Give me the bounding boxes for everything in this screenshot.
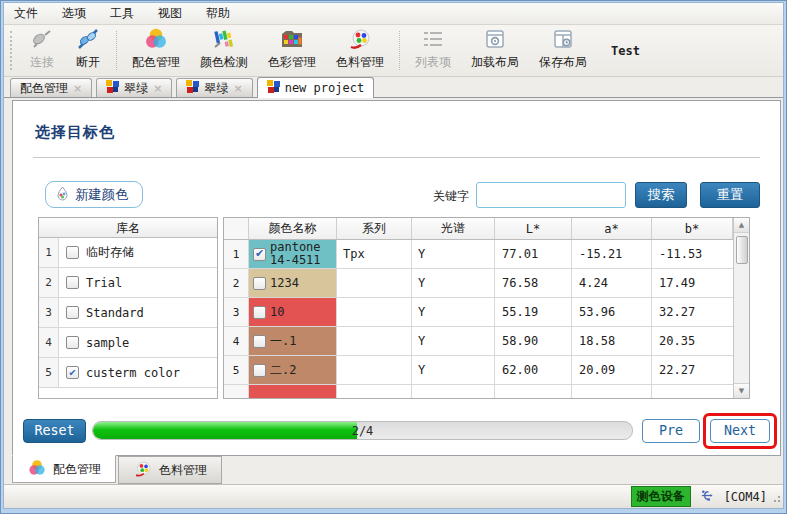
toolbar-item-label: 配色管理	[132, 54, 180, 71]
checkbox[interactable]	[253, 364, 266, 377]
color-swatch-cell	[249, 385, 337, 399]
spectrum-value: Y	[412, 240, 495, 268]
bottom-tab-colorant[interactable]: 色料管理	[118, 456, 222, 484]
color-swatch-cell[interactable]: 一.1	[249, 327, 337, 355]
test-label: Test	[611, 44, 640, 58]
L-value: 76.58	[495, 269, 572, 297]
close-icon[interactable]: ×	[73, 82, 82, 95]
table-row[interactable]: 5 二.2 Y 62.00 20.09 22.27	[224, 356, 749, 385]
toolbar: 连接 断开 配色管理 颜色检测 色彩管理	[4, 25, 783, 77]
bottom-tab-color-matching[interactable]: 配色管理	[12, 455, 116, 483]
scroll-up-icon[interactable]: ▲	[734, 218, 749, 233]
list-items-button[interactable]: 列表项	[405, 25, 461, 76]
checkbox[interactable]	[253, 335, 266, 348]
checkbox[interactable]	[66, 276, 79, 289]
header-b: b*	[652, 218, 733, 239]
tab-color-matching[interactable]: 配色管理 ×	[10, 78, 92, 97]
checkbox[interactable]	[66, 366, 79, 379]
menu-tools[interactable]: 工具	[110, 5, 134, 22]
close-icon[interactable]: ×	[233, 82, 242, 95]
header-spectrum: 光谱	[412, 218, 495, 239]
row-number: 5	[224, 356, 249, 384]
header-blank	[224, 218, 249, 239]
row-number: 1	[39, 238, 59, 267]
reset-cn-button[interactable]: 重置	[700, 182, 760, 208]
checkbox[interactable]	[253, 306, 266, 319]
series-value	[337, 327, 412, 355]
colorant-management-button[interactable]: 色料管理	[326, 25, 394, 76]
reset-button[interactable]: Reset	[23, 419, 86, 443]
color-matching-button[interactable]: 配色管理	[122, 25, 190, 76]
connect-button[interactable]: 连接	[19, 25, 65, 76]
keyword-input[interactable]	[476, 182, 626, 208]
color-swatch-cell[interactable]: 10	[249, 298, 337, 326]
menu-file[interactable]: 文件	[14, 5, 38, 22]
menu-bar: 文件 选项 工具 视图 帮助	[4, 3, 783, 25]
scrollbar-thumb[interactable]	[736, 236, 748, 264]
a-value: 20.09	[572, 356, 652, 384]
menu-view[interactable]: 视图	[158, 5, 182, 22]
page-title: 选择目标色	[35, 123, 115, 142]
table-row[interactable]: 2 Trial	[39, 268, 217, 298]
color-management-button[interactable]: 色彩管理	[258, 25, 326, 76]
color-swatch-cell[interactable]: 二.2	[249, 356, 337, 384]
library-name: Trial	[86, 276, 122, 290]
table-row[interactable]: 2 1234 Y 76.58 4.24 17.49	[224, 269, 749, 298]
checkbox[interactable]	[253, 277, 266, 290]
row-number: 5	[39, 358, 59, 387]
cmy-circles-icon	[143, 26, 169, 52]
save-layout-button[interactable]: 保存布局	[529, 25, 597, 76]
table-row[interactable]: 4 一.1 Y 58.90 18.58 20.35	[224, 327, 749, 356]
puzzle-icon	[106, 80, 119, 96]
menu-help[interactable]: 帮助	[206, 5, 230, 22]
load-layout-button[interactable]: 加载布局	[461, 25, 529, 76]
next-button[interactable]: Next	[710, 419, 770, 443]
header-series: 系列	[337, 218, 412, 239]
search-button[interactable]: 搜索	[635, 182, 687, 208]
tab-label: 翠绿	[204, 80, 228, 97]
a-value: -15.21	[572, 240, 652, 268]
table-row[interactable]: 3 10 Y 55.19 53.96 32.27	[224, 298, 749, 327]
keyword-label: 关键字	[433, 188, 469, 205]
plug-disconnected-icon	[29, 26, 55, 52]
checkbox[interactable]	[66, 336, 79, 349]
color-swatch-cell[interactable]: pantone 14-4511	[249, 240, 337, 268]
toolbar-item-label: 颜色检测	[200, 54, 248, 71]
toolbar-item-label: 加载布局	[471, 54, 519, 71]
header-color-name: 颜色名称	[249, 218, 337, 239]
paint-ball-icon	[133, 459, 153, 482]
disconnect-button[interactable]: 断开	[65, 25, 111, 76]
menu-options[interactable]: 选项	[62, 5, 86, 22]
row-number	[224, 385, 249, 399]
tab-new-project[interactable]: new project	[257, 77, 374, 98]
library-name: Standard	[86, 306, 144, 320]
row-number: 1	[224, 240, 249, 268]
tab-label: new project	[285, 81, 364, 95]
resize-grip[interactable]	[771, 492, 781, 506]
row-number: 2	[39, 268, 59, 297]
toolbar-item-label: 连接	[30, 54, 54, 71]
color-detection-button[interactable]: 颜色检测	[190, 25, 258, 76]
checkbox[interactable]	[66, 306, 79, 319]
scroll-down-icon[interactable]: ▼	[734, 383, 750, 398]
tab-label: 配色管理	[20, 80, 68, 97]
title-divider	[33, 157, 760, 158]
library-name: sample	[86, 336, 129, 350]
close-icon[interactable]: ×	[153, 82, 162, 95]
checkbox[interactable]	[253, 248, 266, 261]
table-row[interactable]: 1 pantone 14-4511 Tpx Y 77.01 -15.21 -11…	[224, 240, 749, 269]
progress-bar: 2/4	[92, 421, 633, 440]
new-color-button[interactable]: 新建颜色	[45, 181, 143, 208]
color-swatch-cell[interactable]: 1234	[249, 269, 337, 297]
toolbar-item-label: 列表项	[415, 54, 451, 71]
table-row[interactable]: 3 Standard	[39, 298, 217, 328]
vertical-scrollbar[interactable]: ▲ ▼	[733, 218, 749, 398]
table-row[interactable]: 1 临时存储	[39, 238, 217, 268]
table-row[interactable]: 5 custerm color	[39, 358, 217, 388]
pre-button[interactable]: Pre	[642, 419, 700, 443]
checkbox[interactable]	[66, 246, 79, 259]
table-row[interactable]: 4 sample	[39, 328, 217, 358]
tab-cuilv-2[interactable]: 翠绿 ×	[176, 78, 252, 97]
tab-cuilv-1[interactable]: 翠绿 ×	[96, 78, 172, 97]
puzzle-icon	[186, 80, 199, 96]
